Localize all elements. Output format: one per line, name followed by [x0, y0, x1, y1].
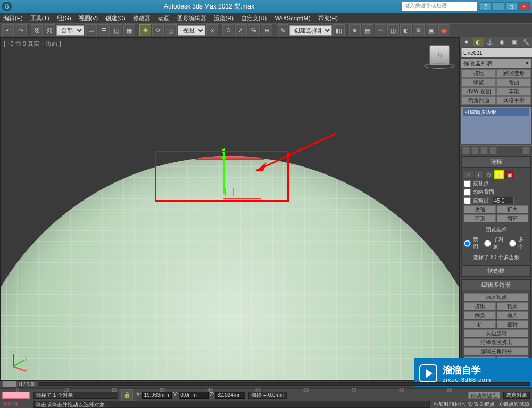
menu-edit[interactable]: 编辑(E): [3, 14, 23, 22]
spinner-snap-icon[interactable]: ⊕: [261, 24, 272, 36]
subobj-border-icon[interactable]: ◇: [484, 170, 494, 179]
mod-meshsmooth[interactable]: 网格平滑: [496, 96, 531, 105]
menu-rendering[interactable]: 渲染(R): [214, 14, 234, 22]
ring-button[interactable]: 环形: [464, 214, 496, 222]
layers-icon[interactable]: ▤: [362, 24, 373, 36]
use-pivot-icon[interactable]: ⊙: [206, 24, 218, 36]
pin-stack-icon[interactable]: [462, 147, 470, 154]
mod-noise[interactable]: 噪波: [461, 78, 496, 87]
extrude-spline-button[interactable]: 沿样条线挤出: [464, 338, 528, 346]
menu-animation[interactable]: 动画: [158, 14, 170, 22]
tab-motion-icon[interactable]: ◉: [496, 37, 509, 47]
ignore-backfacing-checkbox[interactable]: 忽略背面: [464, 188, 528, 196]
subobj-polygon-icon[interactable]: ■: [494, 170, 504, 179]
time-ruler[interactable]: 0 10 20 30 40 50 60 70 80 90: [0, 387, 532, 389]
mod-pathdeform[interactable]: 路径变形: [496, 69, 531, 78]
menu-view[interactable]: 视图(V): [79, 14, 98, 22]
show-end-result-icon[interactable]: [471, 147, 479, 154]
percent-snap-icon[interactable]: %: [248, 24, 260, 36]
window-crossing-icon[interactable]: ▦: [123, 24, 135, 36]
mirror-icon[interactable]: ▮▯: [333, 24, 345, 36]
insert-vertex-button[interactable]: 插入顶点: [464, 293, 528, 301]
ref-coord-system[interactable]: 视图: [178, 25, 205, 36]
grow-button[interactable]: 扩大: [497, 205, 529, 213]
by-vertex-checkbox[interactable]: 按顶点: [464, 180, 528, 187]
subobj-vertex-icon[interactable]: ·: [464, 170, 473, 179]
menu-tools[interactable]: 工具(T): [30, 14, 49, 22]
subobj-edge-icon[interactable]: /: [474, 170, 484, 179]
by-angle-checkbox[interactable]: 按角度:: [464, 197, 528, 204]
select-icon[interactable]: ▭: [85, 24, 97, 36]
modifier-stack[interactable]: 可编辑多边形: [461, 107, 531, 144]
angle-snap-icon[interactable]: ∠: [235, 24, 247, 36]
align-icon[interactable]: ≡: [349, 24, 361, 36]
curve-editor-icon[interactable]: 〰: [375, 24, 386, 36]
mod-extrude[interactable]: 挤出: [461, 69, 496, 78]
undo-icon[interactable]: ↶: [2, 24, 14, 36]
scale-icon[interactable]: ◱: [165, 24, 177, 36]
coord-y-input[interactable]: [179, 392, 209, 399]
set-key-button[interactable]: 设置关键点: [468, 401, 495, 408]
tab-utilities-icon[interactable]: 🔧: [520, 37, 533, 47]
menu-create[interactable]: 创建(C): [105, 14, 125, 22]
extrude-button[interactable]: 挤出: [464, 302, 496, 310]
tab-hierarchy-icon[interactable]: ⚓: [484, 37, 496, 47]
viewcube[interactable]: 前: [429, 45, 450, 65]
configure-sets-icon[interactable]: [522, 147, 530, 154]
inset-button[interactable]: 插入: [497, 311, 529, 319]
render-setup-icon[interactable]: ⚙: [413, 24, 425, 36]
viewcube-ring-icon[interactable]: [424, 63, 455, 69]
select-region-icon[interactable]: ◫: [111, 24, 122, 36]
menu-graph-editors[interactable]: 图形编辑器: [177, 14, 206, 22]
close-icon[interactable]: ×: [518, 2, 530, 11]
tab-create-icon[interactable]: ✦: [460, 37, 472, 47]
add-time-tag[interactable]: 添加时间标记: [433, 401, 465, 408]
lock-selection-icon[interactable]: 🔒: [121, 389, 133, 401]
key-target[interactable]: 选定对象: [503, 392, 530, 399]
modifier-list-dropdown[interactable]: 修改器列表▾: [461, 59, 531, 68]
redo-icon[interactable]: ↷: [15, 24, 27, 36]
manip-icon[interactable]: ✎: [277, 24, 288, 36]
select-name-icon[interactable]: ☰: [98, 24, 110, 36]
outline-button[interactable]: 轮廓: [497, 302, 529, 310]
tab-display-icon[interactable]: ▣: [508, 37, 520, 47]
preview-off-radio[interactable]: 禁用: [464, 236, 483, 251]
loop-button[interactable]: 循环: [497, 214, 529, 222]
snap-toggle-icon[interactable]: 3: [222, 24, 234, 36]
bevel-button[interactable]: 倒角: [464, 311, 496, 319]
move-icon[interactable]: ✥: [139, 24, 151, 36]
preview-multi-radio[interactable]: 多个: [509, 236, 528, 251]
menu-modifiers[interactable]: 修改器: [133, 14, 151, 22]
selection-filter[interactable]: 全部: [56, 25, 84, 36]
menu-group[interactable]: 组(G): [57, 14, 71, 22]
unlink-icon[interactable]: ⛓: [44, 24, 55, 36]
mod-bevelprofile[interactable]: 倒角剖面: [461, 96, 496, 105]
named-selection-sets[interactable]: 创建选择集: [289, 25, 332, 36]
material-editor-icon[interactable]: ◐: [400, 24, 412, 36]
help-search-input[interactable]: 键入关键字或短语: [402, 2, 477, 11]
menu-customize[interactable]: 自定义(U): [241, 14, 267, 22]
viewport-label[interactable]: [ +0 前 0 真实 + 边面 ]: [4, 40, 61, 48]
edit-tri-button[interactable]: 编辑三角剖分: [464, 347, 528, 355]
help-icon[interactable]: ?: [480, 2, 492, 11]
tab-modify-icon[interactable]: ◐: [472, 37, 485, 47]
hinge-button[interactable]: 从边旋转: [464, 329, 528, 337]
menu-maxscript[interactable]: MAXScript(M): [274, 15, 310, 21]
viewport-front[interactable]: [ +0 前 0 真实 + 边面 ] 前 y z y x: [0, 37, 460, 380]
maximize-icon[interactable]: □: [505, 2, 517, 11]
mod-bend[interactable]: 弯曲: [496, 78, 531, 87]
remove-modifier-icon[interactable]: [489, 147, 497, 154]
auto-key-button[interactable]: 自动关键点: [468, 392, 500, 399]
flip-button[interactable]: 翻转: [497, 320, 529, 328]
object-name-input[interactable]: [461, 48, 532, 57]
menu-help[interactable]: 帮助(H): [318, 14, 338, 22]
preview-subobj-radio[interactable]: 子对象: [484, 236, 508, 251]
key-filters[interactable]: 关键点过滤器: [498, 401, 530, 408]
mod-uvwmap[interactable]: UVW 贴图: [461, 87, 496, 96]
coord-z-input[interactable]: [215, 392, 245, 399]
shrink-button[interactable]: 收缩: [464, 205, 496, 213]
render-frame-icon[interactable]: ▣: [426, 24, 437, 36]
bridge-button[interactable]: 桥: [464, 320, 496, 328]
make-unique-icon[interactable]: [480, 147, 488, 154]
stack-item-editable-poly[interactable]: 可编辑多边形: [463, 108, 529, 116]
